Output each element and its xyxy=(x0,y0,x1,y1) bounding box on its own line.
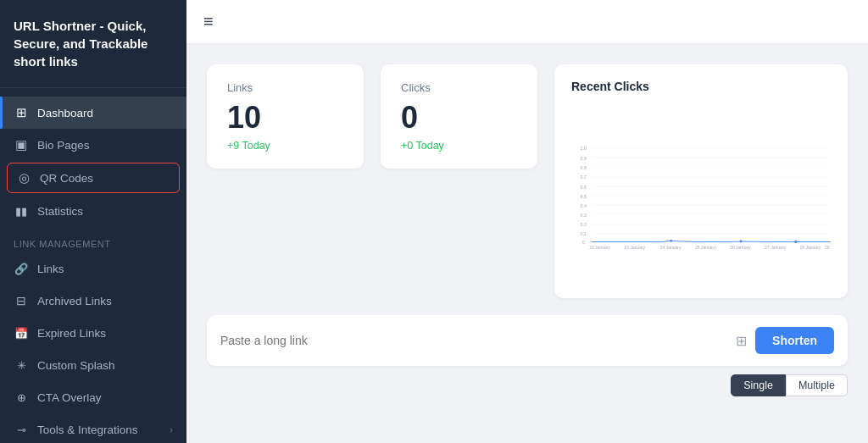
dashboard-icon: ⊞ xyxy=(14,105,29,120)
svg-text:28 January: 28 January xyxy=(800,245,821,250)
main-content: ≡ Links 10 +9 Today Clicks 0 +0 Today Re… xyxy=(186,0,868,443)
svg-text:26 January: 26 January xyxy=(730,245,751,250)
links-card-label: Links xyxy=(227,81,343,94)
single-toggle-button[interactable]: Single xyxy=(731,374,786,396)
qr-codes-icon: ◎ xyxy=(16,170,31,186)
sidebar-item-label: Expired Links xyxy=(37,327,106,340)
sidebar-item-label: Custom Splash xyxy=(37,359,115,372)
multiple-toggle-button[interactable]: Multiple xyxy=(786,374,848,396)
svg-text:0.7: 0.7 xyxy=(581,174,587,180)
tools-icon: ⊸ xyxy=(14,422,29,437)
sidebar-item-links[interactable]: 🔗 Links xyxy=(0,252,186,285)
svg-text:0.6: 0.6 xyxy=(581,185,587,190)
svg-point-24 xyxy=(794,241,797,243)
sidebar-nav: ⊞ Dashboard ▣ Bio Pages ◎ QR Codes ▮▮ St… xyxy=(0,88,186,443)
expired-links-icon: 📅 xyxy=(14,325,29,341)
chart-title: Recent Clicks xyxy=(571,80,831,93)
chart-svg: 1.0 0.9 0.8 0.7 0.6 0.5 0.4 0.3 0.2 0.1 … xyxy=(571,103,831,290)
sidebar-item-label: Statistics xyxy=(37,205,83,218)
sidebar-item-label: Bio Pages xyxy=(37,139,90,152)
sidebar-item-tools[interactable]: ⊸ Tools & Integrations › xyxy=(0,413,186,443)
shorten-button[interactable]: Shorten xyxy=(755,327,834,354)
svg-text:24 January: 24 January xyxy=(660,245,682,250)
sidebar-item-label: Links xyxy=(37,263,64,275)
links-card-value: 10 xyxy=(227,102,343,133)
svg-text:27 January: 27 January xyxy=(765,245,786,250)
svg-text:22 January: 22 January xyxy=(589,245,610,250)
svg-text:0.4: 0.4 xyxy=(581,203,587,208)
recent-clicks-chart-card: Recent Clicks 1.0 0.9 0.8 0.7 0.6 0.5 0.… xyxy=(554,64,848,298)
link-management-label: Link Management xyxy=(0,227,186,252)
chevron-icon: › xyxy=(170,424,173,435)
svg-text:25 January: 25 January xyxy=(695,245,716,250)
cta-overlay-icon: ⊕ xyxy=(14,390,29,405)
svg-text:0.8: 0.8 xyxy=(581,165,587,170)
hamburger-icon: ≡ xyxy=(203,12,214,31)
sidebar-item-dashboard[interactable]: ⊞ Dashboard xyxy=(0,97,186,129)
svg-text:0.9: 0.9 xyxy=(581,156,587,161)
sidebar-item-label: Tools & Integrations xyxy=(37,424,138,436)
topbar: ≡ xyxy=(186,0,868,44)
archived-links-icon: ⊟ xyxy=(14,293,29,308)
sidebar-logo: URL Shortner - Quick, Secure, and Tracka… xyxy=(0,0,186,88)
chart-area: 1.0 0.9 0.8 0.7 0.6 0.5 0.4 0.3 0.2 0.1 … xyxy=(571,103,831,290)
statistics-icon: ▮▮ xyxy=(14,203,29,219)
svg-point-22 xyxy=(670,240,672,242)
sidebar-item-expired-links[interactable]: 📅 Expired Links xyxy=(0,317,186,349)
sidebar-item-label: CTA Overlay xyxy=(37,391,102,404)
sidebar-item-label: QR Codes xyxy=(40,172,93,185)
shortener-bar: ⊞ Shorten xyxy=(207,315,848,366)
sidebar-item-qr-codes[interactable]: ◎ QR Codes xyxy=(7,163,180,193)
links-card-today: +9 Today xyxy=(227,140,343,152)
sidebar-item-statistics[interactable]: ▮▮ Statistics xyxy=(0,195,186,227)
bio-pages-icon: ▣ xyxy=(14,137,29,152)
content-area: Links 10 +9 Today Clicks 0 +0 Today Rece… xyxy=(186,44,868,443)
links-icon: 🔗 xyxy=(14,261,29,276)
sidebar-item-bio-pages[interactable]: ▣ Bio Pages xyxy=(0,129,186,161)
links-stat-card: Links 10 +9 Today xyxy=(207,64,364,169)
svg-text:0.5: 0.5 xyxy=(581,194,587,199)
svg-text:23 January: 23 January xyxy=(624,245,645,250)
hamburger-menu[interactable]: ≡ xyxy=(203,12,214,31)
svg-point-23 xyxy=(740,240,743,242)
svg-text:0.1: 0.1 xyxy=(581,231,587,236)
toggle-row: Single Multiple xyxy=(207,374,848,396)
sidebar-item-cta-overlay[interactable]: ⊕ CTA Overlay xyxy=(0,381,186,413)
svg-text:29...: 29... xyxy=(825,245,831,250)
svg-text:1.0: 1.0 xyxy=(581,146,587,151)
clicks-card-today: +0 Today xyxy=(401,140,517,152)
clicks-stat-card: Clicks 0 +0 Today xyxy=(381,64,537,169)
svg-text:0: 0 xyxy=(582,240,585,245)
sidebar-item-custom-splash[interactable]: ✳ Custom Splash xyxy=(0,349,186,381)
sidebar-item-archived-links[interactable]: ⊟ Archived Links xyxy=(0,285,186,317)
clicks-card-label: Clicks xyxy=(401,81,517,94)
custom-splash-icon: ✳ xyxy=(14,357,29,373)
svg-text:0.3: 0.3 xyxy=(581,213,587,218)
sidebar: URL Shortner - Quick, Secure, and Tracka… xyxy=(0,0,186,443)
sidebar-item-label: Dashboard xyxy=(37,107,93,119)
clicks-card-value: 0 xyxy=(401,102,517,133)
sidebar-item-label: Archived Links xyxy=(37,295,112,307)
stats-row: Links 10 +9 Today Clicks 0 +0 Today Rece… xyxy=(207,64,848,298)
svg-text:0.2: 0.2 xyxy=(581,222,587,227)
grid-icon: ⊞ xyxy=(736,333,747,349)
shortener-input[interactable] xyxy=(220,334,727,347)
